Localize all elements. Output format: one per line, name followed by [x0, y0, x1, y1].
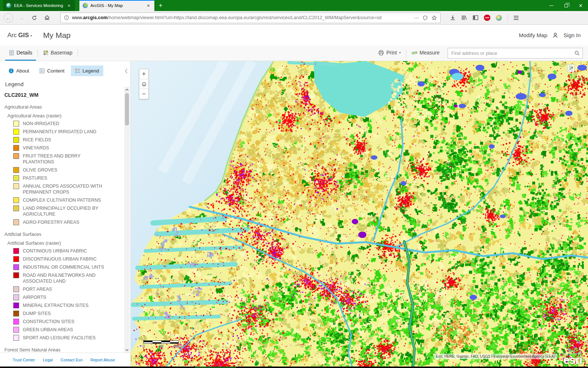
page-actions-icon[interactable]: ⋯ — [414, 15, 419, 21]
legend-item-label: PORT AREAS — [23, 286, 52, 292]
print-label: Print — [386, 50, 397, 56]
bottom-edge-strip — [0, 367, 588, 368]
legend-item-label: ROAD AND RAILNETWORKS AND ASSOCIATED LAN… — [23, 272, 107, 284]
legend-item: PERMANENTLY IRRIGATED LAND — [13, 129, 121, 135]
legend-sublayer-heading: Artificial Surfaces (raster) — [7, 240, 121, 246]
tab-close-icon[interactable]: ✕ — [67, 3, 72, 8]
forward-button[interactable]: → — [17, 13, 26, 22]
back-button[interactable]: ← — [4, 13, 13, 22]
footer-link[interactable]: Trust Center — [12, 358, 35, 362]
person-icon — [552, 32, 558, 38]
browser-tab-arcgis[interactable]: ArcGIS - My Map ✕ — [79, 0, 154, 11]
footer-link[interactable]: Legal — [43, 358, 53, 362]
arcgis-favicon-icon — [83, 3, 88, 8]
search-button[interactable] — [571, 48, 582, 58]
map-attribution: Esri, HERE, Garmin, FAO, USGS | European… — [434, 354, 557, 359]
legend-swatch — [13, 319, 19, 325]
print-icon — [378, 50, 384, 56]
arcgis-logo[interactable]: ArcGIS ▾ — [7, 32, 32, 39]
tab-close-icon[interactable]: ✕ — [146, 3, 151, 8]
browser-tab-eea[interactable]: EEA - Services Monitoring ✕ — [3, 0, 75, 11]
footer-link[interactable]: Report Abuse — [90, 358, 115, 362]
scroll-down-button[interactable] — [124, 347, 130, 353]
legend-item-label: VINEYARDS — [23, 145, 49, 151]
minimize-button[interactable] — [544, 0, 559, 11]
modify-map-link[interactable]: Modify Map — [519, 32, 548, 38]
tab-legend[interactable]: Legend — [71, 66, 103, 76]
menu-icon[interactable] — [513, 15, 519, 20]
scrollbar-thumb[interactable] — [125, 93, 129, 125]
search-input[interactable] — [448, 50, 571, 56]
url-bar[interactable]: www.arcgis.com/home/webmap/viewer.html?u… — [60, 13, 441, 23]
default-extent-button[interactable] — [139, 79, 148, 89]
adblock-plus-icon[interactable]: ABP — [484, 15, 490, 21]
legend-item: AIRPORTS — [13, 294, 121, 300]
restore-button[interactable] — [559, 0, 573, 11]
reload-button[interactable] — [29, 13, 39, 22]
legend-swatch — [13, 137, 19, 143]
legend-item: COMPLEX CULTIVATION PATTERNS — [13, 197, 121, 203]
close-button[interactable]: ✕ — [573, 0, 588, 11]
new-tab-button[interactable]: + — [154, 0, 167, 11]
legend-swatch — [13, 327, 19, 333]
legend-swatch — [13, 264, 19, 270]
legend-scroll-area[interactable]: CLC2012_WM Agricultural AreasAgricultura… — [0, 87, 124, 353]
sidebar-scrollbar[interactable] — [124, 87, 130, 353]
legend-swatch — [13, 294, 19, 300]
legend-swatch — [13, 145, 19, 151]
download-icon[interactable] — [450, 15, 456, 21]
legend-swatch — [13, 272, 19, 278]
legend-item: FRUIT TREES AND BERRY PLANTATIONS — [13, 153, 121, 165]
reload-icon — [32, 15, 37, 21]
legend-item-label: PASTURES — [23, 175, 47, 181]
legend-item: ANNUAL CROPS ASSOCIATED WITH PERMANENT C… — [13, 183, 121, 195]
map-container[interactable]: + − 0 20 40km Esri, HERE, Garmin, FAO, U… — [131, 61, 588, 367]
chevron-left-icon — [125, 68, 128, 74]
sidebar-collapse-button[interactable] — [125, 68, 128, 74]
details-button[interactable]: Details — [5, 46, 36, 61]
legend-item-label: ANNUAL CROPS ASSOCIATED WITH PERMANENT C… — [23, 183, 107, 195]
toolbar-divider — [508, 14, 508, 21]
tab-content[interactable]: Content — [35, 66, 68, 76]
tab-title: EEA - Services Monitoring — [14, 3, 64, 8]
measure-button[interactable]: Measure — [408, 46, 443, 61]
shield-icon[interactable] — [423, 15, 428, 21]
arcgis-header: ArcGIS ▾ My Map Modify Map Sign In — [0, 25, 588, 46]
zoom-out-button[interactable]: − — [139, 89, 148, 99]
scroll-down-icon — [125, 349, 129, 351]
footer-link-separator: · — [56, 358, 57, 362]
url-text[interactable]: www.arcgis.com/home/webmap/viewer.html?u… — [72, 15, 411, 20]
basemap-button[interactable]: Basemap — [39, 46, 76, 61]
footer-link[interactable]: Contact Esri — [61, 358, 83, 362]
tab-about[interactable]: About — [4, 66, 33, 76]
sign-in-link[interactable]: Sign In — [563, 32, 581, 38]
legend-item-label: MINERAL EXTRACTION SITES — [23, 302, 89, 308]
zoom-in-button[interactable]: + — [139, 69, 148, 79]
home-button[interactable] — [42, 13, 52, 22]
map-expand-button[interactable] — [567, 64, 575, 72]
legend-sidebar: About Content Legend Legend CLC2012_WM A… — [0, 61, 131, 367]
legend-item: ROAD AND RAILNETWORKS AND ASSOCIATED LAN… — [13, 272, 121, 284]
eea-favicon-icon — [6, 3, 11, 8]
legend-item: OLIVE GROVES — [13, 167, 121, 173]
legend-item-label: RICE FIELDS — [23, 137, 51, 143]
library-icon[interactable] — [461, 15, 467, 21]
legend-item-label: LAND PRINCIPALLY OCCUPIED BY AGRICULTURE — [23, 205, 107, 217]
sidebar-toggle-icon[interactable] — [473, 15, 478, 21]
extension-globe-icon[interactable] — [496, 15, 502, 21]
legend-item: DUMP SITES — [13, 311, 121, 316]
legend-swatch — [13, 175, 19, 181]
legend-item: PASTURES — [13, 175, 121, 181]
tab-content-label: Content — [47, 68, 64, 74]
scroll-up-button[interactable] — [124, 87, 130, 92]
scroll-up-icon — [125, 89, 129, 91]
measure-icon — [412, 50, 417, 56]
print-button[interactable]: Print ▾ — [374, 46, 404, 61]
legend-item-label: GREEN URBAN AREAS — [23, 327, 73, 333]
map-canvas[interactable] — [131, 61, 588, 367]
basemap-label: Basemap — [51, 50, 72, 56]
browser-titlebar: EEA - Services Monitoring ✕ ArcGIS - My … — [0, 0, 588, 11]
details-label: Details — [17, 50, 32, 56]
bookmark-star-icon[interactable] — [431, 15, 437, 21]
scale-label-0: 0 — [143, 344, 145, 348]
